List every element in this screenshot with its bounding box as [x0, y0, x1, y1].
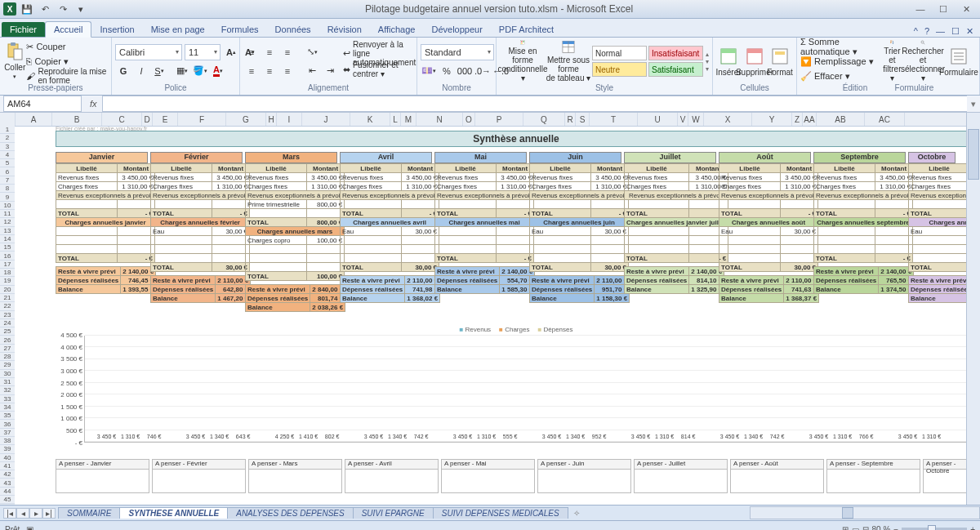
row-header[interactable]: 36	[0, 420, 15, 428]
autosum-button[interactable]: Σ Somme automatique ▾	[800, 40, 880, 54]
tab-review[interactable]: Révision	[319, 22, 370, 37]
sheet-nav-button[interactable]: ▸|	[42, 508, 56, 519]
font-size-select[interactable]: 11	[185, 44, 220, 60]
col-header[interactable]: B	[52, 113, 102, 126]
row-header[interactable]: 21	[0, 294, 15, 302]
row-header[interactable]: 16	[0, 252, 15, 260]
align-right[interactable]: ≡	[279, 63, 296, 79]
sheet-tab[interactable]: ANALYSES DES DEPENSES	[227, 507, 353, 519]
row-header[interactable]: 17	[0, 261, 15, 269]
currency-button[interactable]: 💷▾	[421, 63, 437, 79]
clear-button[interactable]: 🧹Effacer ▾	[800, 69, 880, 83]
row-header[interactable]: 24	[0, 319, 15, 327]
col-header[interactable]: C	[102, 113, 142, 126]
conditional-formatting-button[interactable]: Mise en formeconditionnelle ▾	[500, 40, 546, 82]
row-header[interactable]: 39	[0, 445, 15, 453]
col-header[interactable]: A	[16, 113, 52, 126]
italic-button[interactable]: I	[133, 63, 149, 79]
style-normal[interactable]: Normal	[592, 46, 647, 60]
formula-expand[interactable]: ▾	[967, 99, 980, 109]
view-normal[interactable]: ⊞	[842, 525, 849, 531]
tab-developer[interactable]: Développeur	[423, 22, 490, 37]
cut-button[interactable]: ✂Couper	[26, 40, 108, 54]
row-header[interactable]: 41	[0, 462, 15, 470]
row-header[interactable]: 43	[0, 479, 15, 487]
col-header[interactable]: AA	[803, 113, 817, 126]
qat-customize[interactable]: ▾	[74, 2, 88, 16]
bold-button[interactable]: G	[115, 63, 131, 79]
sheet-nav-button[interactable]: |◂	[3, 508, 16, 519]
indent-decrease[interactable]: ⇤	[304, 63, 320, 79]
zoom-out[interactable]: −	[893, 525, 898, 531]
align-left[interactable]: ≡	[243, 63, 260, 79]
tab-formulas[interactable]: Formules	[213, 22, 267, 37]
form-button[interactable]: Formulaire	[942, 40, 976, 82]
font-color-button[interactable]: A▾	[210, 63, 226, 79]
fx-button[interactable]: fx	[85, 99, 102, 109]
comma-button[interactable]: 000	[457, 63, 473, 79]
col-header[interactable]	[0, 113, 16, 126]
fill-color-button[interactable]: 🪣▾	[192, 63, 208, 79]
row-header[interactable]: 18	[0, 269, 15, 277]
row-header[interactable]: 25	[0, 327, 15, 336]
tab-insert[interactable]: Insertion	[91, 22, 142, 37]
col-header[interactable]: I	[277, 113, 302, 126]
row-header[interactable]: 34	[0, 403, 15, 412]
col-header[interactable]: M	[401, 113, 416, 126]
underline-button[interactable]: S▾	[151, 63, 167, 79]
column-headers[interactable]: ABCDEFGHIJKLMNOPQRSTUVWXYZAAABAC	[0, 113, 980, 127]
name-box[interactable]: AM64	[3, 96, 82, 112]
qat-save[interactable]: 💾	[20, 2, 34, 16]
paste-button[interactable]: Coller▾	[3, 40, 26, 82]
col-header[interactable]: Z	[792, 113, 803, 126]
merge-center-button[interactable]: ⬌Fusionner et centrer ▾	[343, 63, 416, 77]
col-header[interactable]: N	[416, 113, 463, 126]
style-good[interactable]: Satisfaisant	[648, 62, 703, 77]
view-pagebreak[interactable]: ⊟	[862, 525, 869, 531]
col-header[interactable]: K	[350, 113, 390, 126]
row-header[interactable]: 20	[0, 286, 15, 294]
row-header[interactable]: 13	[0, 227, 15, 235]
row-header[interactable]: 19	[0, 277, 15, 285]
row-header[interactable]: 42	[0, 470, 15, 479]
delete-cells-button[interactable]: Supprimer	[741, 40, 768, 82]
qat-undo[interactable]: ↶	[38, 2, 52, 16]
tab-home[interactable]: Accueil	[45, 21, 91, 38]
col-header[interactable]: Y	[752, 113, 792, 126]
find-select-button[interactable]: Rechercher etsélectionner ▾	[904, 40, 942, 82]
col-header[interactable]: G	[226, 113, 266, 126]
tab-file[interactable]: Fichier	[2, 22, 45, 37]
orientation-button[interactable]: ⤡▾	[304, 44, 320, 60]
col-header[interactable]: X	[704, 113, 752, 126]
col-header[interactable]: P	[475, 113, 523, 126]
row-header[interactable]: 3	[0, 143, 15, 151]
align-middle[interactable]: ≡	[261, 44, 278, 60]
tab-data[interactable]: Données	[267, 22, 319, 37]
maximize-button[interactable]: ☐	[933, 2, 954, 16]
sheet-tab[interactable]: SYNTHESE ANNUELLE	[119, 507, 228, 519]
zoom-level[interactable]: 80 %	[872, 525, 891, 531]
sheet-tab[interactable]: SOMMAIRE	[58, 507, 120, 519]
col-header[interactable]: S	[576, 113, 590, 126]
qat-redo[interactable]: ↷	[56, 2, 70, 16]
col-header[interactable]: F	[178, 113, 226, 126]
row-header[interactable]: 35	[0, 412, 15, 420]
col-header[interactable]: R	[565, 113, 576, 126]
row-header[interactable]: 40	[0, 454, 15, 462]
scrollbar-thumb[interactable]	[968, 129, 979, 180]
col-header[interactable]: U	[638, 113, 678, 126]
row-header[interactable]: 6	[0, 167, 15, 176]
fill-button[interactable]: 🔽Remplissage ▾	[800, 55, 880, 69]
align-center[interactable]: ≡	[261, 63, 278, 79]
row-header[interactable]: 32	[0, 386, 15, 394]
row-header[interactable]: 29	[0, 361, 15, 369]
row-header[interactable]: 22	[0, 302, 15, 310]
row-header[interactable]: 12	[0, 218, 15, 226]
grow-font[interactable]: A▴	[223, 44, 239, 60]
row-headers[interactable]: 1234567891011121314151617181920212223242…	[0, 126, 15, 505]
col-header[interactable]: H	[266, 113, 277, 126]
sheet-tab[interactable]: SUIVI DEPENSES MEDICALES	[433, 507, 568, 519]
row-header[interactable]: 14	[0, 235, 15, 243]
row-header[interactable]: 4	[0, 151, 15, 159]
inc-decimal[interactable]: .0→	[474, 63, 491, 79]
